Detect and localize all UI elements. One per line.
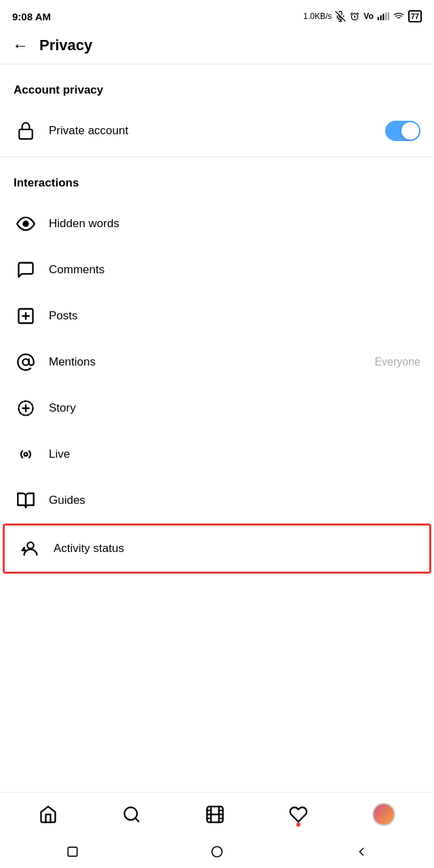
status-bar: 9:08 AM 1.0KB/s Vo 77 xyxy=(0,0,434,30)
activity-status-highlight: Activity status xyxy=(3,524,431,574)
nav-home-button[interactable] xyxy=(208,842,226,861)
search-icon xyxy=(122,805,141,824)
battery-indicator: 77 xyxy=(408,10,422,22)
svg-point-22 xyxy=(27,542,33,549)
posts-label: Posts xyxy=(49,309,420,323)
account-privacy-section: Account privacy xyxy=(0,67,434,108)
interactions-section: Interactions xyxy=(0,160,434,201)
svg-point-29 xyxy=(212,847,222,857)
status-right: 1.0KB/s Vo 77 xyxy=(303,10,422,22)
bottom-nav xyxy=(0,792,434,835)
guides-label: Guides xyxy=(49,494,420,507)
signal-icon xyxy=(377,11,389,22)
comments-icon xyxy=(14,258,38,282)
hidden-words-icon xyxy=(14,212,38,236)
svg-line-24 xyxy=(22,548,24,551)
nav-reels[interactable] xyxy=(197,801,233,828)
nav-back-button[interactable] xyxy=(352,842,371,861)
svg-rect-10 xyxy=(388,12,389,20)
lock-icon xyxy=(14,119,38,143)
activity-status-icon xyxy=(18,536,43,561)
live-item[interactable]: Live xyxy=(0,431,434,477)
svg-rect-28 xyxy=(68,847,77,856)
back-button-icon xyxy=(355,845,368,859)
home-icon xyxy=(39,805,58,824)
toggle-knob xyxy=(401,122,419,140)
nav-activity[interactable] xyxy=(281,801,316,828)
hidden-words-item[interactable]: Hidden words xyxy=(0,201,434,247)
wifi-icon xyxy=(393,11,405,22)
reels-icon xyxy=(205,805,224,824)
network-speed: 1.0KB/s xyxy=(303,12,332,21)
hidden-words-label: Hidden words xyxy=(49,217,420,231)
story-item[interactable]: Story xyxy=(0,385,434,431)
svg-rect-7 xyxy=(380,16,381,21)
comments-label: Comments xyxy=(49,263,420,277)
nav-home[interactable] xyxy=(31,801,66,828)
live-label: Live xyxy=(49,448,420,461)
home-button-icon xyxy=(210,845,224,859)
nav-search[interactable] xyxy=(114,801,149,828)
nav-profile[interactable] xyxy=(364,799,403,830)
svg-rect-6 xyxy=(378,17,379,20)
mentions-item[interactable]: Mentions Everyone xyxy=(0,339,434,385)
activity-status-label: Activity status xyxy=(54,542,416,555)
svg-line-26 xyxy=(136,818,139,821)
status-time: 9:08 AM xyxy=(12,11,51,22)
svg-point-13 xyxy=(22,220,28,226)
recent-apps-icon xyxy=(66,845,79,859)
heart-icon xyxy=(289,805,308,824)
activity-status-item[interactable]: Activity status xyxy=(5,526,429,572)
mentions-icon xyxy=(14,350,38,374)
profile-avatar xyxy=(372,803,395,826)
mentions-value: Everyone xyxy=(374,356,420,368)
account-privacy-title: Account privacy xyxy=(14,83,420,97)
section-divider xyxy=(0,157,434,157)
header-divider xyxy=(0,64,434,64)
live-icon xyxy=(14,442,38,467)
svg-point-21 xyxy=(24,453,28,456)
private-account-item[interactable]: Private account xyxy=(0,108,434,154)
story-label: Story xyxy=(49,401,420,415)
alarm-icon xyxy=(349,11,360,22)
svg-point-17 xyxy=(22,359,28,365)
toggle-switch[interactable] xyxy=(385,121,420,141)
posts-icon xyxy=(14,304,38,328)
svg-rect-8 xyxy=(382,14,384,20)
mentions-label: Mentions xyxy=(49,355,374,369)
guides-item[interactable]: Guides xyxy=(0,477,434,524)
bottom-spacer xyxy=(0,574,434,655)
mute-icon xyxy=(335,11,346,22)
svg-rect-12 xyxy=(19,130,32,139)
nav-recent-apps[interactable] xyxy=(63,842,82,861)
private-account-toggle[interactable] xyxy=(385,121,420,141)
guides-icon xyxy=(14,488,38,513)
activity-dot xyxy=(296,823,300,827)
private-account-label: Private account xyxy=(49,124,385,138)
comments-item[interactable]: Comments xyxy=(0,247,434,293)
signal-bars xyxy=(377,11,389,22)
network-type: Vo xyxy=(363,12,373,21)
page-title: Privacy xyxy=(39,37,92,54)
svg-rect-9 xyxy=(385,12,387,20)
system-nav xyxy=(0,835,434,868)
header: ← Privacy xyxy=(0,30,434,61)
story-icon xyxy=(14,396,38,420)
back-button[interactable]: ← xyxy=(12,37,28,54)
posts-item[interactable]: Posts xyxy=(0,293,434,339)
interactions-title: Interactions xyxy=(14,176,420,190)
